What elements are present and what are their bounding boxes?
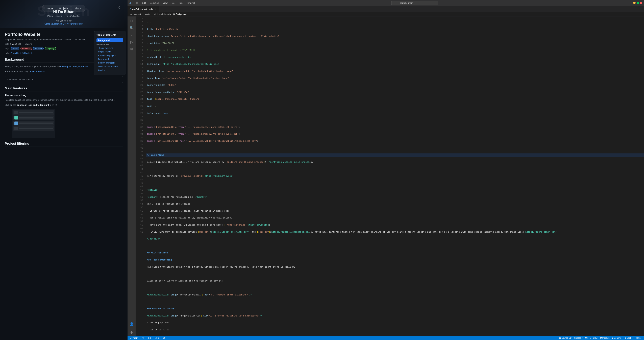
warnings-label: ⚠ 0 — [156, 337, 159, 339]
menu-go[interactable]: Go — [170, 1, 176, 5]
activity-extensions-icon[interactable]: ⊞ — [128, 46, 135, 52]
tab-portfolio-website[interactable]: ⬡ portfolio-website.mdx ✕ — [128, 6, 159, 12]
branch-label: main* — [133, 337, 138, 339]
theme-toggle-button[interactable]: ☾ — [117, 5, 123, 11]
code-line-11: bannerBackgroundColor: "#13151a" — [146, 91, 644, 94]
code-line-6: projectLink: https://gnoxnahte.dev — [146, 56, 644, 59]
activity-explorer-icon[interactable]: ⎘ — [128, 18, 135, 24]
code-line-31: - (Still WIP) Want to separate between [… — [146, 230, 644, 234]
status-spell[interactable]: ✓ 1 Spell — [622, 337, 632, 339]
previous-website-link[interactable]: previous website — [29, 70, 45, 73]
bc-content[interactable]: content — [134, 13, 141, 16]
image-card-3 — [14, 121, 54, 125]
nav-item-projects[interactable]: Projects — [56, 6, 71, 11]
code-line-20: ## Background — [146, 153, 644, 157]
date-status: Ongoing — [25, 43, 32, 45]
activity-accounts-icon[interactable]: 👤 — [128, 321, 135, 327]
line-ending-label: CRLF — [593, 337, 598, 339]
status-errors[interactable]: ⊘ 0 — [147, 336, 152, 340]
menu-terminal[interactable]: Terminal — [185, 1, 196, 5]
menu-run[interactable]: Run — [177, 1, 184, 5]
tab-mdx-icon: ⬡ — [130, 8, 131, 10]
bc-src[interactable]: src — [130, 13, 132, 16]
status-warnings[interactable]: ⚠ 0 — [154, 336, 160, 340]
code-line-14: isFeatured: true — [146, 112, 644, 115]
activity-debug-icon[interactable]: ▷ — [128, 39, 135, 45]
bc-sep-4: › — [172, 13, 172, 16]
status-branch[interactable]: ⎇ main* — [129, 336, 139, 340]
toc-item-other-features[interactable]: Other smaller features — [96, 65, 123, 68]
toc-item-fast-to-load[interactable]: Fast to load — [96, 58, 123, 61]
status-info[interactable]: ℹ 0 — [162, 336, 166, 340]
code-line-26: <summary> Reasons for rebuilding it </su… — [146, 196, 644, 199]
hero-question: Are you here for — [56, 20, 72, 22]
bc-filename[interactable]: portfolio-website.mdx — [152, 13, 171, 16]
menu-view[interactable]: View — [162, 1, 169, 5]
tag-website[interactable]: Website — [33, 47, 44, 50]
search-input-container[interactable]: ← → portfolio-main — [391, 1, 438, 5]
main-features-heading: Main Features — [5, 86, 123, 91]
code-line-38: Click on the **Sun/Moon icon on the top … — [146, 279, 644, 283]
toc-item-smooth-animations[interactable]: Smooth animations — [96, 61, 123, 65]
maximize-button[interactable] — [636, 2, 639, 4]
tag-ongoing[interactable]: Ongoing — [45, 47, 56, 50]
vscode-panel: ◈ File Edit Selection View Go Run Termin… — [128, 0, 644, 340]
toc-item-easy-to-add[interactable]: Easy to add projects — [96, 54, 123, 57]
activity-git-icon[interactable]: ⑂ — [128, 32, 135, 38]
vscode-breadcrumb: src › content › projects › portfolio-web… — [128, 12, 644, 17]
building-process-link[interactable]: building and thought process — [60, 65, 88, 68]
toc-item-credits[interactable]: Credits — [96, 69, 123, 72]
minimize-button[interactable] — [633, 2, 636, 4]
links-label: Links: — [5, 52, 10, 54]
code-line-42: ### Project filtering — [146, 307, 644, 311]
status-language[interactable]: Markdown — [599, 337, 610, 339]
status-go-live[interactable]: ◉ Go Live — [610, 337, 622, 339]
image-card-4 — [14, 126, 54, 131]
hero-section: Sentien Home Projects About ☾ Hi I'm Eth… — [0, 0, 128, 28]
menu-selection[interactable]: Selection — [148, 1, 160, 5]
status-position[interactable]: Ln 31, Col 314 — [558, 337, 573, 339]
code-line-23: For reference, here's my [previous websi… — [146, 175, 644, 178]
tag-astro[interactable]: Astro — [11, 47, 20, 50]
github-link[interactable]: GitHub Link — [22, 52, 32, 54]
code-line-5: # releaseDate: # format is YYYY-MM-DD — [146, 49, 644, 52]
nav-back-icon[interactable]: ← — [394, 2, 396, 4]
code-line-18: import ThemeSwitchingGIF from "../../ima… — [146, 139, 644, 143]
toc-item-theme-switching[interactable]: Theme switching — [96, 46, 123, 50]
code-editor[interactable]: 12345 678910 1112131415 1617181920 21222… — [136, 17, 644, 336]
bc-active-section[interactable]: ## Background — [173, 13, 186, 16]
date-label: Date: — [5, 43, 10, 45]
status-spaces[interactable]: Spaces: 4 — [573, 337, 584, 339]
status-sync[interactable]: ↻ — [141, 336, 145, 340]
date-dash: – — [23, 43, 25, 45]
close-button[interactable] — [640, 2, 642, 4]
code-line-17: import ProjectFilterGIF from "../../imag… — [146, 132, 644, 136]
sun-moon-bold: Sun/Moon icon on the top right — [17, 104, 49, 106]
menu-file[interactable]: File — [133, 1, 140, 5]
theme-switching-image[interactable] — [5, 109, 55, 138]
sync-icon: ↻ — [142, 337, 144, 339]
line-numbers: 12345 678910 1112131415 1617181920 21222… — [136, 17, 144, 336]
nav-item-about[interactable]: About — [72, 6, 84, 11]
tag-personal[interactable]: Personal — [20, 47, 32, 50]
activity-search-icon[interactable]: 🔍 — [128, 25, 135, 31]
activity-settings-icon[interactable]: ⚙ — [128, 329, 135, 336]
nav-item-home[interactable]: Home — [44, 6, 56, 11]
menu-edit[interactable]: Edit — [141, 1, 147, 5]
toc-active-item[interactable]: Background — [96, 38, 123, 42]
nav-fwd-icon[interactable]: → — [397, 2, 399, 4]
project-link[interactable]: Project Link — [10, 52, 21, 54]
bc-projects[interactable]: projects — [143, 13, 150, 16]
code-line-32: </details> — [146, 237, 644, 241]
status-prettier[interactable]: ≈ Prettier — [632, 337, 642, 339]
code-line-27: Why I want to rebuild the website: — [146, 202, 644, 206]
code-line-41 — [146, 300, 644, 304]
project-filtering-heading: Project filtering — [5, 142, 123, 147]
language-label: Markdown — [600, 337, 610, 339]
status-encoding[interactable]: UTF-8 — [584, 337, 592, 339]
status-line-ending[interactable]: CRLF — [592, 337, 599, 339]
reasons-collapsible[interactable]: ▸ Reasons for rebuilding it — [5, 76, 123, 83]
tab-close-icon[interactable]: ✕ — [154, 8, 157, 11]
image-sidebar — [5, 109, 12, 138]
toc-item-project-filtering[interactable]: Project filtering — [96, 50, 123, 53]
